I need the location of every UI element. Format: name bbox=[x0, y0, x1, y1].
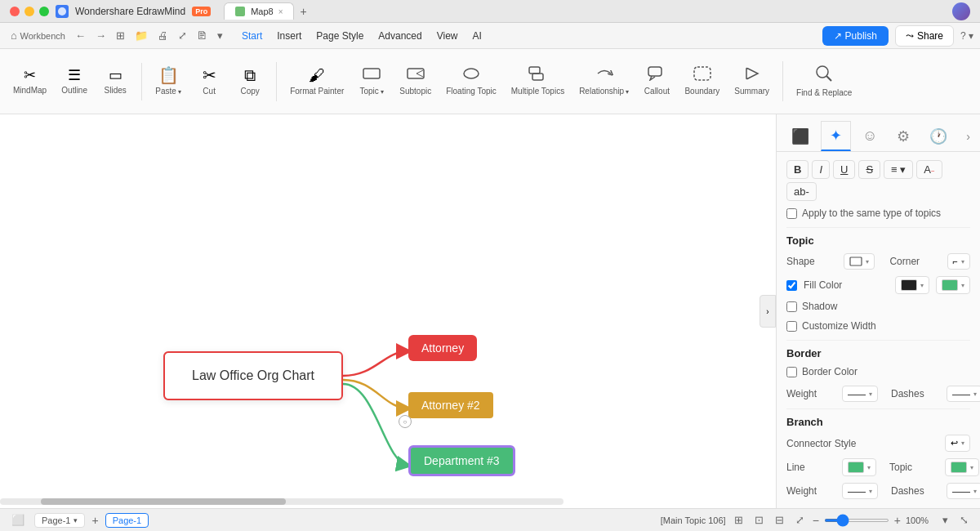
topic-attorney2[interactable]: Attorney #2 bbox=[408, 392, 493, 418]
nav-btn-6[interactable]: ▾ bbox=[213, 26, 227, 45]
boundary-button[interactable]: Boundary bbox=[678, 61, 726, 101]
copy-button[interactable]: ⧉ Copy bbox=[230, 62, 270, 101]
branch-line-select[interactable]: ▾ bbox=[842, 458, 876, 476]
nav-btn-5[interactable]: 🖹 bbox=[193, 26, 212, 45]
shape-select[interactable]: ▾ bbox=[844, 253, 875, 270]
customize-width-checkbox[interactable] bbox=[786, 321, 797, 332]
menu-start[interactable]: Start bbox=[235, 27, 269, 45]
add-page-button[interactable]: + bbox=[91, 514, 98, 527]
zoom-dropdown[interactable]: ▾ bbox=[939, 512, 951, 528]
nav-btn-1[interactable]: ⊞ bbox=[112, 26, 129, 45]
topic-dept3[interactable]: Department #3 bbox=[408, 445, 515, 476]
workbench-button[interactable]: ⌂ Workbench bbox=[7, 26, 69, 45]
topic-section-title: Topic bbox=[786, 234, 970, 247]
border-dashes-select[interactable]: —— ▾ bbox=[947, 386, 980, 402]
multiple-topics-button[interactable]: Multiple Topics bbox=[505, 61, 571, 101]
menu-view[interactable]: View bbox=[430, 27, 465, 45]
same-type-checkbox[interactable] bbox=[786, 208, 797, 219]
callout-button[interactable]: Callout bbox=[637, 61, 676, 101]
branch-topic-label: Topic bbox=[889, 462, 938, 473]
topic-attorney[interactable]: Attorney bbox=[408, 335, 477, 361]
page-1-active-tab[interactable]: Page-1 bbox=[105, 513, 149, 528]
expand-view-button[interactable]: ⤡ bbox=[956, 512, 972, 528]
topic-button[interactable]: Topic bbox=[352, 61, 391, 101]
relationship-button[interactable]: Relationship bbox=[572, 61, 635, 101]
nav-btn-3[interactable]: 🖨 bbox=[154, 26, 172, 45]
close-window-button[interactable] bbox=[10, 7, 20, 16]
zoom-slider[interactable] bbox=[824, 519, 889, 522]
fullscreen-button[interactable]: ⤢ bbox=[792, 512, 808, 528]
border-color-checkbox[interactable] bbox=[786, 367, 797, 377]
minimize-window-button[interactable] bbox=[24, 7, 34, 16]
corner-select[interactable]: ⌐ ▾ bbox=[947, 253, 970, 270]
sidebar-tab-format[interactable]: ✦ bbox=[821, 121, 851, 151]
menu-ai[interactable]: AI bbox=[466, 27, 488, 45]
border-weight-select[interactable]: —— ▾ bbox=[842, 386, 878, 402]
back-button[interactable]: ← bbox=[71, 26, 90, 45]
customize-width-row: Customize Width bbox=[786, 320, 970, 332]
attorney2-text: Attorney #2 bbox=[421, 399, 480, 412]
branch-dashes-select[interactable]: —— ▾ bbox=[947, 483, 980, 499]
forward-button[interactable]: → bbox=[91, 26, 110, 45]
menu-page-style[interactable]: Page Style bbox=[310, 27, 370, 45]
summary-button[interactable]: Summary bbox=[728, 61, 776, 101]
share-icon: ⤳ bbox=[906, 30, 914, 42]
horizontal-scrollbar-thumb[interactable] bbox=[41, 498, 286, 505]
floating-topic-button[interactable]: Floating Topic bbox=[439, 61, 503, 101]
central-node[interactable]: Law Office Org Chart bbox=[163, 351, 343, 400]
subtopic-button[interactable]: Subtopic bbox=[393, 61, 438, 101]
shadow-checkbox[interactable] bbox=[786, 301, 797, 312]
user-avatar[interactable] bbox=[952, 2, 970, 20]
connector-style-select[interactable]: ↩ ▾ bbox=[945, 435, 970, 452]
view-mode-button[interactable]: ⊡ bbox=[751, 512, 767, 528]
strikethrough-button[interactable]: S bbox=[858, 160, 880, 179]
cut-button[interactable]: ✂ Cut bbox=[189, 62, 229, 101]
toggle-panel-button[interactable]: ⬜ bbox=[8, 512, 28, 528]
more-format-button[interactable]: ab- bbox=[786, 182, 817, 201]
sidebar-collapse-right[interactable]: › bbox=[963, 127, 973, 146]
fit-page-button[interactable]: ⊞ bbox=[731, 512, 746, 528]
outline-button[interactable]: ☰ Outline bbox=[55, 63, 94, 100]
grid-button[interactable]: ⊟ bbox=[772, 512, 787, 528]
sidebar-tab-history[interactable]: 🕐 bbox=[921, 123, 956, 150]
nav-btn-2[interactable]: 📁 bbox=[131, 26, 152, 45]
fill-color-row: Fill Color ▾ ▾ bbox=[786, 276, 970, 294]
italic-button[interactable]: I bbox=[812, 160, 830, 179]
branch-topic-select[interactable]: ▾ bbox=[945, 458, 979, 476]
branch-weight-select[interactable]: —— ▾ bbox=[842, 483, 878, 499]
nav-btn-4[interactable]: ⤢ bbox=[174, 26, 191, 45]
svg-point-11 bbox=[817, 66, 828, 78]
menu-insert[interactable]: Insert bbox=[270, 27, 308, 45]
fill-color-select-1[interactable]: ▾ bbox=[895, 276, 929, 294]
sidebar-tab-theme[interactable]: ⚙ bbox=[889, 123, 918, 150]
sidebar-collapse-button[interactable]: › bbox=[760, 295, 776, 328]
paste-button[interactable]: 📋 Paste bbox=[149, 62, 188, 101]
publish-button[interactable]: ↗ Publish bbox=[822, 26, 889, 46]
connector-style-row: Connector Style ↩ ▾ bbox=[786, 435, 970, 452]
same-type-label: Apply to the same type of topics bbox=[802, 207, 941, 219]
bold-button[interactable]: B bbox=[786, 160, 808, 179]
share-button[interactable]: ⤳ Share bbox=[895, 25, 954, 47]
slides-button[interactable]: ▭ Slides bbox=[96, 63, 135, 100]
fill-color-checkbox[interactable] bbox=[786, 280, 797, 291]
collapse-expand-icon[interactable]: ○ bbox=[399, 415, 412, 428]
help-button[interactable]: ? ▾ bbox=[960, 30, 973, 42]
find-replace-button[interactable]: Find & Replace bbox=[790, 60, 858, 103]
border-weight-line: —— bbox=[848, 389, 866, 399]
canvas[interactable]: › Law Office Org Ch bbox=[0, 114, 776, 508]
menu-advanced[interactable]: Advanced bbox=[372, 27, 428, 45]
mindmap-button[interactable]: ✂ MindMap bbox=[7, 63, 53, 100]
page-1-tab[interactable]: Page-1 ▾ bbox=[34, 513, 85, 528]
sidebar-tab-emoji[interactable]: ☺ bbox=[854, 123, 885, 149]
tab-close-button[interactable]: × bbox=[278, 7, 283, 16]
maximize-window-button[interactable] bbox=[39, 7, 49, 16]
format-painter-button[interactable]: 🖌 Format Painter bbox=[283, 62, 350, 101]
sidebar-tab-style[interactable]: ⬛ bbox=[783, 123, 817, 150]
add-tab-button[interactable]: + bbox=[297, 5, 310, 18]
collapse-symbol: ○ bbox=[403, 418, 408, 426]
font-color-button[interactable]: A− bbox=[916, 160, 942, 179]
underline-button[interactable]: U bbox=[833, 160, 855, 179]
map-tab[interactable]: Map8 × bbox=[224, 2, 293, 20]
align-button[interactable]: ≡ ▾ bbox=[884, 160, 913, 179]
fill-color-select-2[interactable]: ▾ bbox=[936, 276, 970, 294]
